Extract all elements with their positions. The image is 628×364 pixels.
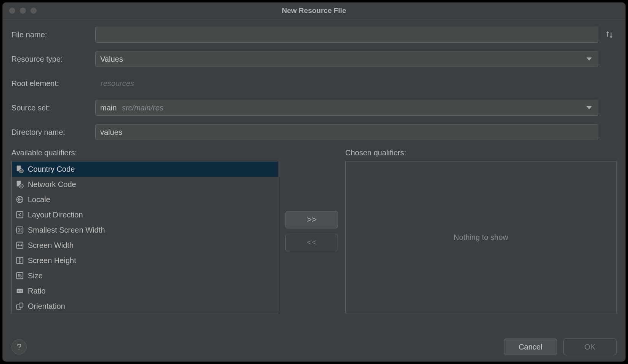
qualifier-item-label: Smallest Screen Width bbox=[28, 226, 105, 235]
qualifier-item-ratio[interactable]: 4:3Ratio bbox=[12, 283, 278, 299]
directory-name-label: Directory name: bbox=[11, 128, 95, 137]
chevron-down-icon bbox=[586, 106, 592, 109]
globe-icon bbox=[16, 195, 24, 204]
source-set-label: Source set: bbox=[11, 104, 95, 112]
expand-icon bbox=[16, 271, 24, 280]
svg-rect-13 bbox=[19, 303, 23, 307]
dialog-content: File name: Resource type: Values Root el… bbox=[2, 19, 626, 313]
orientation-icon bbox=[16, 302, 24, 310]
chosen-qualifiers-label: Chosen qualifiers: bbox=[345, 148, 617, 157]
qualifier-item-size[interactable]: Size bbox=[12, 268, 278, 283]
globe-doc-icon bbox=[16, 165, 24, 173]
close-icon[interactable] bbox=[9, 8, 15, 14]
add-qualifier-button[interactable]: >> bbox=[285, 211, 338, 228]
window-controls bbox=[9, 8, 37, 14]
svg-text:4:3: 4:3 bbox=[18, 289, 22, 293]
qualifier-item-locale[interactable]: Locale bbox=[12, 192, 278, 207]
qualifier-item-label: Size bbox=[28, 271, 43, 280]
arrow-left-box-icon bbox=[16, 211, 24, 219]
qualifiers-section: Available qualifiers: Country CodeNetwor… bbox=[11, 148, 617, 313]
file-name-field[interactable] bbox=[95, 27, 598, 43]
dialog-title: New Resource File bbox=[282, 6, 346, 15]
file-name-label: File name: bbox=[11, 30, 95, 39]
qualifier-item-screen-width[interactable]: Screen Width bbox=[12, 238, 278, 253]
available-qualifiers-label: Available qualifiers: bbox=[11, 148, 278, 157]
dialog-footer: ? Cancel OK bbox=[2, 332, 626, 362]
qualifier-item-label: Orientation bbox=[28, 302, 65, 311]
qualifier-item-screen-height[interactable]: Screen Height bbox=[12, 253, 278, 268]
cancel-button[interactable]: Cancel bbox=[504, 338, 557, 355]
sort-toggle-icon[interactable] bbox=[602, 30, 617, 39]
qualifier-item-label: Locale bbox=[28, 195, 50, 204]
ratio-icon: 4:3 bbox=[16, 287, 24, 295]
qualifier-item-label: Screen Height bbox=[28, 256, 76, 265]
qualifier-item-country-code[interactable]: Country Code bbox=[12, 161, 278, 177]
resource-type-select[interactable]: Values bbox=[95, 51, 598, 67]
qualifier-item-label: Screen Width bbox=[28, 241, 74, 250]
arrows-h-icon bbox=[16, 241, 24, 249]
source-set-select[interactable]: main src/main/res bbox=[95, 100, 598, 116]
qualifier-move-buttons: >> << bbox=[285, 148, 338, 313]
arrows-out-icon bbox=[16, 226, 24, 234]
svg-rect-5 bbox=[17, 212, 23, 218]
zoom-icon[interactable] bbox=[30, 8, 37, 14]
qualifier-item-network-code[interactable]: Network Code bbox=[12, 177, 278, 192]
source-set-path: src/main/res bbox=[122, 104, 163, 112]
qualifier-item-layout-direction[interactable]: Layout Direction bbox=[12, 207, 278, 222]
title-bar: New Resource File bbox=[2, 2, 626, 19]
resource-type-label: Resource type: bbox=[11, 55, 95, 64]
qualifier-item-label: Network Code bbox=[28, 180, 76, 189]
help-button[interactable]: ? bbox=[11, 339, 27, 354]
qualifier-item-smallest-screen-width[interactable]: Smallest Screen Width bbox=[12, 222, 278, 238]
directory-name-input[interactable] bbox=[100, 125, 593, 140]
chosen-qualifiers-list[interactable]: Nothing to show bbox=[345, 161, 617, 313]
resource-type-value: Values bbox=[100, 55, 123, 64]
arrows-v-icon bbox=[16, 256, 24, 265]
available-qualifiers-list[interactable]: Country CodeNetwork CodeLocaleLayout Dir… bbox=[11, 161, 278, 313]
qualifier-item-label: Layout Direction bbox=[28, 211, 83, 219]
file-name-input[interactable] bbox=[100, 27, 593, 42]
chevron-down-icon bbox=[586, 57, 592, 61]
root-element-label: Root element: bbox=[11, 79, 95, 88]
qualifier-item-orientation[interactable]: Orientation bbox=[12, 299, 278, 313]
ok-button[interactable]: OK bbox=[563, 338, 617, 355]
qualifier-item-label: Ratio bbox=[28, 287, 46, 295]
minimize-icon[interactable] bbox=[20, 8, 26, 14]
chosen-empty-text: Nothing to show bbox=[453, 233, 508, 242]
root-element-value: resources bbox=[101, 79, 134, 88]
remove-qualifier-button[interactable]: << bbox=[285, 234, 338, 251]
globe-doc-icon bbox=[16, 180, 24, 188]
dialog-window: New Resource File File name: Resource ty… bbox=[2, 2, 626, 362]
source-set-main: main bbox=[100, 104, 117, 112]
qualifier-item-label: Country Code bbox=[28, 165, 75, 174]
directory-name-field[interactable] bbox=[95, 124, 598, 140]
